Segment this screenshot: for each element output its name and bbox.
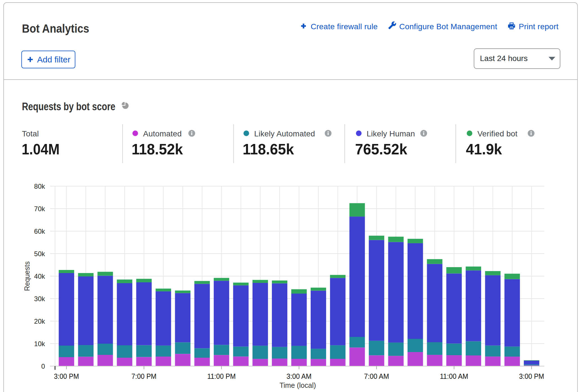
svg-text:Requests: Requests xyxy=(23,261,31,291)
svg-text:80k: 80k xyxy=(34,183,45,190)
svg-text:30k: 30k xyxy=(34,295,45,303)
svg-text:0: 0 xyxy=(41,362,45,370)
svg-text:10k: 10k xyxy=(34,340,45,348)
svg-text:20k: 20k xyxy=(34,317,45,325)
svg-text:11:00 AM: 11:00 AM xyxy=(440,372,468,380)
svg-text:60k: 60k xyxy=(34,227,45,235)
svg-text:3:00 AM: 3:00 AM xyxy=(287,372,312,380)
svg-text:Time (local): Time (local) xyxy=(279,381,316,389)
svg-text:11:00 PM: 11:00 PM xyxy=(207,372,236,380)
svg-text:70k: 70k xyxy=(34,205,45,213)
svg-text:7:00 PM: 7:00 PM xyxy=(132,372,157,380)
svg-text:40k: 40k xyxy=(34,272,45,280)
svg-text:7:00 AM: 7:00 AM xyxy=(364,372,389,380)
svg-text:3:00 PM: 3:00 PM xyxy=(519,372,544,380)
svg-text:50k: 50k xyxy=(34,250,45,258)
svg-text:3:00 PM: 3:00 PM xyxy=(54,372,79,380)
